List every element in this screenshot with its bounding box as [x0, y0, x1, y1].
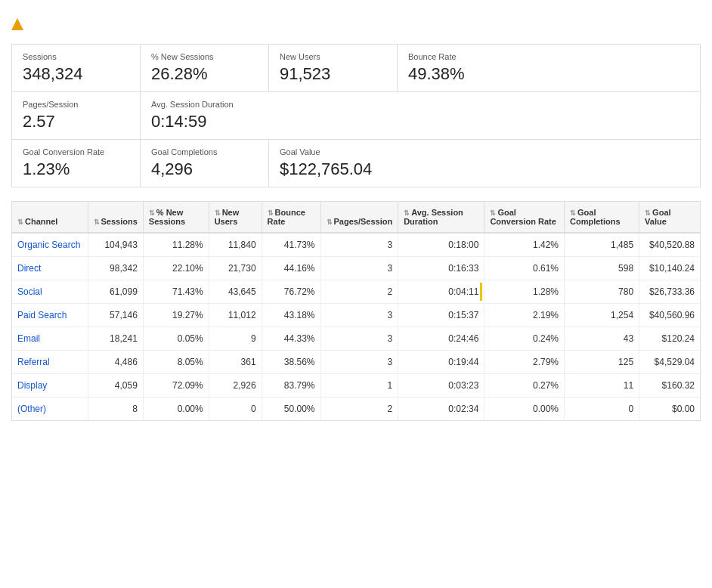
table-header[interactable]: ⇅Pages/Session	[320, 202, 398, 233]
table-cell[interactable]: Referral	[12, 351, 88, 374]
sort-arrows-icon: ⇅	[268, 209, 274, 217]
sort-arrows-icon: ⇅	[404, 209, 410, 217]
table-cell: 4,059	[88, 374, 143, 398]
sort-arrows-icon: ⇅	[570, 209, 576, 217]
table-cell: 0.27%	[484, 374, 565, 398]
channel-link[interactable]: Referral	[17, 357, 50, 367]
table-cell: 0	[564, 398, 639, 421]
metric-cell: Goal Completions4,296	[141, 140, 269, 187]
table-cell: $10,140.24	[639, 257, 700, 280]
table-cell: 0:15:37	[398, 304, 484, 327]
metric-cell: Pages/Session2.57	[12, 92, 141, 139]
table-header[interactable]: ⇅Channel	[12, 202, 88, 233]
table-cell: $120.24	[639, 327, 700, 351]
channel-link[interactable]: Email	[17, 333, 40, 344]
metric-label: Goal Conversion Rate	[23, 147, 129, 156]
table-cell[interactable]: Email	[12, 327, 88, 351]
table-cell: 0:04:11	[398, 280, 484, 304]
table-cell: 76.72%	[262, 280, 320, 304]
table-header[interactable]: ⇅Goal Conversion Rate	[484, 202, 565, 233]
table-cell: 1,485	[564, 233, 639, 257]
table-cell: $160.32	[639, 374, 700, 398]
table-cell: 11,840	[209, 233, 262, 257]
table-cell: 3	[320, 327, 398, 351]
metric-label: Avg. Session Duration	[151, 100, 258, 109]
table-cell: 3	[320, 304, 398, 327]
channel-table: ⇅Channel⇅Sessions⇅% New Sessions⇅New Use…	[12, 202, 700, 420]
table-cell: 50.00%	[262, 398, 320, 421]
metric-value: 26.28%	[151, 64, 258, 84]
table-cell: 2.79%	[484, 351, 565, 374]
table-cell[interactable]: Display	[12, 374, 88, 398]
table-cell: 8	[88, 398, 143, 421]
table-cell: 0.24%	[484, 327, 565, 351]
goal-icon	[11, 18, 23, 30]
metric-value: 49.38%	[408, 64, 515, 84]
metric-cell: New Users91,523	[269, 45, 398, 91]
metric-cell: % New Sessions26.28%	[141, 45, 269, 91]
table-cell: 2.19%	[484, 304, 565, 327]
metric-cell: Goal Value$122,765.04	[269, 140, 398, 187]
channel-link[interactable]: (Other)	[17, 404, 46, 414]
table-cell: 38.56%	[262, 351, 320, 374]
table-cell: 61,099	[88, 280, 143, 304]
table-cell: 780	[564, 280, 639, 304]
channel-link[interactable]: Social	[17, 286, 42, 297]
table-cell: $40,560.96	[639, 304, 700, 327]
data-table-container: ⇅Channel⇅Sessions⇅% New Sessions⇅New Use…	[11, 201, 701, 421]
table-cell: 18,241	[88, 327, 143, 351]
sort-arrows-icon: ⇅	[327, 218, 333, 226]
metric-value: $122,765.04	[280, 159, 387, 179]
table-cell[interactable]: Paid Search	[12, 304, 88, 327]
table-row: Email18,2410.05%944.33%30:24:460.24%43$1…	[12, 327, 700, 351]
metric-label: Goal Value	[280, 147, 387, 156]
table-cell: 44.16%	[262, 257, 320, 280]
table-row: Paid Search57,14619.27%11,01243.18%30:15…	[12, 304, 700, 327]
table-cell: 3	[320, 351, 398, 374]
table-cell[interactable]: (Other)	[12, 398, 88, 421]
table-row: Social61,09971.43%43,64576.72%20:04:111.…	[12, 280, 700, 304]
table-cell: 43.18%	[262, 304, 320, 327]
table-cell: 0:24:46	[398, 327, 484, 351]
channel-link[interactable]: Display	[17, 380, 47, 391]
table-cell: 19.27%	[143, 304, 209, 327]
table-header[interactable]: ⇅Avg. Session Duration	[398, 202, 484, 233]
channel-link[interactable]: Paid Search	[17, 310, 67, 320]
table-header[interactable]: ⇅Goal Completions	[564, 202, 639, 233]
sort-arrows-icon: ⇅	[645, 209, 651, 217]
table-header[interactable]: ⇅Bounce Rate	[262, 202, 320, 233]
table-cell: 2	[320, 280, 398, 304]
table-cell: 9	[209, 327, 262, 351]
table-cell: 44.33%	[262, 327, 320, 351]
table-cell: $4,529.04	[639, 351, 700, 374]
table-cell[interactable]: Social	[12, 280, 88, 304]
table-cell: 0.05%	[143, 327, 209, 351]
table-cell: 0:16:33	[398, 257, 484, 280]
table-cell: 1,254	[564, 304, 639, 327]
table-cell: 43	[564, 327, 639, 351]
table-cell: 0:02:34	[398, 398, 484, 421]
table-cell[interactable]: Direct	[12, 257, 88, 280]
table-cell: 72.09%	[143, 374, 209, 398]
table-cell: 83.79%	[262, 374, 320, 398]
table-header[interactable]: ⇅Sessions	[88, 202, 143, 233]
table-cell: 11.28%	[143, 233, 209, 257]
table-row: Display4,05972.09%2,92683.79%10:03:230.2…	[12, 374, 700, 398]
table-cell: 8.05%	[143, 351, 209, 374]
metric-label: New Users	[280, 52, 386, 61]
metric-value: 2.57	[23, 112, 129, 132]
metrics-section: Sessions348,324% New Sessions26.28%New U…	[11, 44, 701, 187]
table-cell[interactable]: Organic Search	[12, 233, 88, 257]
table-cell: 361	[209, 351, 262, 374]
table-cell: 1.42%	[484, 233, 565, 257]
table-header[interactable]: ⇅% New Sessions	[143, 202, 209, 233]
table-header[interactable]: ⇅Goal Value	[639, 202, 700, 233]
channel-link[interactable]: Organic Search	[17, 240, 80, 250]
sort-arrows-icon: ⇅	[490, 209, 496, 217]
channel-link[interactable]: Direct	[17, 263, 41, 274]
table-cell: 1.28%	[484, 280, 565, 304]
table-header[interactable]: ⇅New Users	[209, 202, 262, 233]
table-cell: $0.00	[639, 398, 700, 421]
metric-value: 348,324	[23, 64, 129, 84]
metric-value: 91,523	[280, 64, 386, 84]
